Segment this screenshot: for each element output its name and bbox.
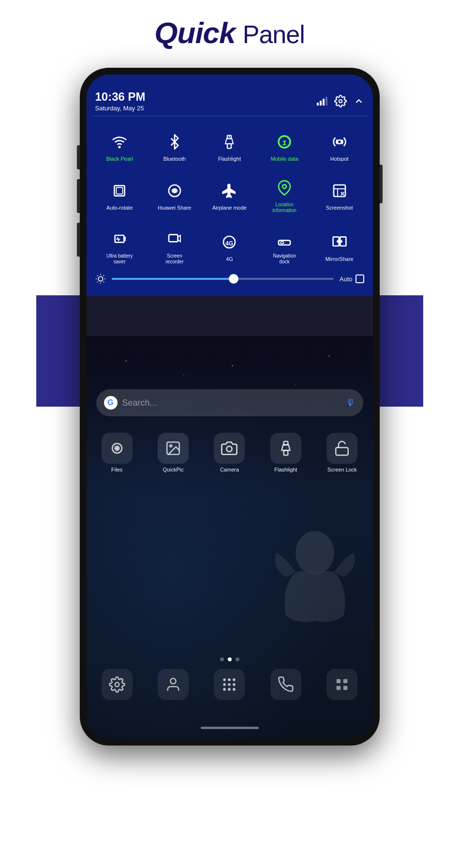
brightness-control: Auto bbox=[87, 269, 373, 289]
page-title-area: Quick Panel bbox=[0, 0, 459, 59]
status-date: Saturday, May 25 bbox=[95, 105, 146, 112]
tile-navdock[interactable]: Navigationdock bbox=[257, 222, 312, 269]
page-dot-1 bbox=[220, 657, 224, 661]
app-flashlight-home[interactable]: Flashlight bbox=[260, 433, 311, 472]
tile-mirrorshare-label: MirrorShare bbox=[326, 256, 354, 262]
tile-huaweishare[interactable]: Huawei Share bbox=[147, 171, 202, 217]
svg-point-4 bbox=[339, 99, 342, 103]
dock-icon-contacts bbox=[158, 669, 189, 700]
status-time: 10:36 PM bbox=[95, 90, 146, 104]
quick-tiles-row1: Black Pearl Bluetooth bbox=[87, 120, 373, 166]
dock-settings[interactable] bbox=[91, 669, 143, 700]
brightness-auto-toggle[interactable]: Auto bbox=[340, 274, 364, 283]
svg-rect-23 bbox=[169, 235, 178, 242]
home-indicator bbox=[201, 727, 259, 729]
search-bar[interactable]: G Search... 🎙 bbox=[96, 389, 363, 416]
quick-tiles-row3: Ultra batterysaver Screenrecorder bbox=[87, 217, 373, 269]
collapse-icon[interactable] bbox=[354, 96, 364, 107]
tile-screenshot[interactable]: Screenshot bbox=[312, 171, 367, 217]
svg-rect-27 bbox=[281, 242, 284, 244]
svg-line-37 bbox=[97, 282, 97, 282]
app-icon-screenlock bbox=[326, 433, 357, 464]
svg-point-54 bbox=[223, 683, 226, 686]
tile-wifi-label: Black Pearl bbox=[106, 156, 133, 162]
tile-location-label: Locationinformation bbox=[272, 202, 296, 213]
tile-hotspot[interactable]: Hotspot bbox=[312, 125, 367, 166]
svg-point-50 bbox=[170, 678, 176, 684]
dock-misc[interactable] bbox=[316, 669, 368, 700]
svg-rect-48 bbox=[336, 448, 349, 456]
tile-screenshot-label: Screenshot bbox=[326, 205, 353, 211]
tile-mobiledata[interactable]: 1 1 Mobile data bbox=[257, 125, 312, 166]
tile-4g-label: 4G bbox=[226, 256, 233, 262]
svg-point-57 bbox=[223, 688, 226, 691]
home-screen: G Search... 🎙 Files bbox=[87, 336, 373, 739]
page-indicator bbox=[220, 657, 239, 661]
svg-rect-2 bbox=[323, 99, 325, 106]
settings-icon[interactable] bbox=[334, 95, 347, 107]
svg-rect-47 bbox=[284, 450, 288, 455]
tile-flashlight[interactable]: Flashlight bbox=[202, 125, 257, 166]
tile-autorotate-label: Auto-rotate bbox=[106, 205, 133, 211]
dock-contacts[interactable] bbox=[148, 669, 199, 700]
brightness-auto-checkbox[interactable] bbox=[355, 274, 364, 283]
svg-point-5 bbox=[119, 146, 120, 148]
quick-tiles-row2: Auto-rotate Huawei Share bbox=[87, 166, 373, 217]
tile-huaweishare-label: Huawei Share bbox=[158, 205, 191, 211]
app-label-camera: Camera bbox=[220, 467, 239, 472]
tile-airplanemode[interactable]: Airplane mode bbox=[202, 171, 257, 217]
google-logo: G bbox=[104, 396, 118, 410]
svg-line-38 bbox=[103, 275, 104, 276]
microphone-icon[interactable]: 🎙 bbox=[346, 397, 355, 409]
tile-autorotate[interactable]: Auto-rotate bbox=[92, 171, 148, 217]
tile-wifi[interactable]: Black Pearl bbox=[92, 125, 148, 166]
svg-rect-15 bbox=[117, 187, 123, 194]
brightness-icon bbox=[95, 274, 106, 284]
dock-icon-app-drawer bbox=[214, 669, 245, 700]
tile-hotspot-label: Hotspot bbox=[330, 156, 349, 162]
app-quickpic[interactable]: QuickPic bbox=[148, 433, 199, 472]
svg-point-45 bbox=[227, 446, 232, 452]
tile-mobiledata-label: Mobile data bbox=[271, 156, 298, 162]
app-screenlock[interactable]: Screen Lock bbox=[316, 433, 368, 472]
svg-rect-0 bbox=[317, 103, 319, 106]
title-bold: Quick bbox=[154, 16, 235, 49]
svg-point-44 bbox=[170, 445, 172, 447]
dock-icon-misc bbox=[326, 669, 357, 700]
app-icon-quickpic bbox=[158, 433, 189, 464]
tile-4g[interactable]: 4G 4G bbox=[202, 222, 257, 269]
search-placeholder: Search... bbox=[122, 398, 341, 408]
mute-switch bbox=[77, 223, 80, 257]
app-files[interactable]: Files bbox=[91, 433, 143, 472]
app-label-flashlight-home: Flashlight bbox=[274, 467, 297, 472]
dock-app-drawer[interactable] bbox=[204, 669, 255, 700]
tile-bluetooth-label: Bluetooth bbox=[163, 156, 186, 162]
svg-text:4G: 4G bbox=[225, 240, 233, 246]
tile-airplanemode-label: Airplane mode bbox=[212, 205, 247, 211]
page-dot-3 bbox=[236, 657, 239, 661]
app-label-quickpic: QuickPic bbox=[163, 467, 183, 472]
power-button bbox=[380, 165, 383, 203]
tile-location[interactable]: Locationinformation bbox=[257, 171, 312, 217]
svg-point-18 bbox=[282, 185, 286, 189]
svg-line-34 bbox=[103, 282, 104, 282]
tile-ultrabattery[interactable]: Ultra batterysaver bbox=[92, 222, 148, 269]
svg-point-52 bbox=[228, 678, 231, 681]
app-camera[interactable]: Camera bbox=[204, 433, 255, 472]
tile-bluetooth[interactable]: Bluetooth bbox=[147, 125, 202, 166]
signal-icon bbox=[317, 97, 327, 106]
svg-point-17 bbox=[173, 189, 176, 192]
brightness-slider[interactable] bbox=[112, 278, 334, 280]
tile-ultrabattery-label: Ultra batterysaver bbox=[106, 253, 133, 265]
app-icon-camera bbox=[214, 433, 245, 464]
tile-screenrecorder[interactable]: Screenrecorder bbox=[147, 222, 202, 269]
svg-point-39 bbox=[296, 531, 334, 575]
tile-mirrorshare[interactable]: MirrorShare bbox=[312, 222, 367, 269]
phone-frame: 10:36 PM Saturday, May 25 bbox=[65, 68, 394, 833]
dock-icon-phone bbox=[270, 669, 301, 700]
svg-rect-3 bbox=[326, 97, 327, 106]
app-icon-files bbox=[102, 433, 133, 464]
tile-screenrecorder-label: Screenrecorder bbox=[165, 253, 183, 265]
dock-phone[interactable] bbox=[260, 669, 311, 700]
tile-navdock-label: Navigationdock bbox=[273, 253, 296, 265]
